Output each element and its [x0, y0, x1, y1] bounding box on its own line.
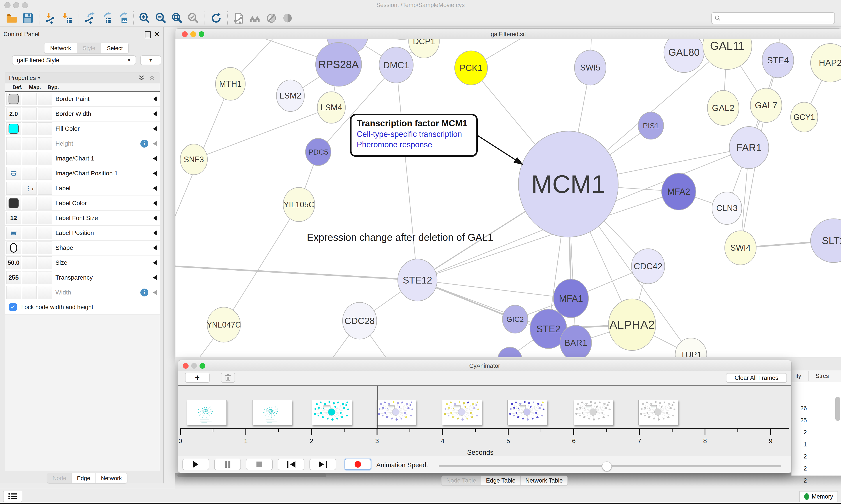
- lock-size-row[interactable]: ✓ Lock node width and height: [5, 300, 160, 314]
- property-row-shape[interactable]: Shape: [5, 240, 160, 255]
- annotation-link[interactable]: Pheromone response: [357, 140, 471, 149]
- table-cell[interactable]: 26: [791, 405, 807, 412]
- bypass-cell[interactable]: [38, 256, 52, 269]
- export-image-button[interactable]: [115, 12, 129, 25]
- mapping-cell[interactable]: [22, 167, 37, 180]
- close-panel-icon[interactable]: ✕: [154, 31, 160, 38]
- tab-network[interactable]: Network: [96, 473, 127, 483]
- default-value-cell[interactable]: [6, 182, 21, 195]
- default-value-cell[interactable]: [6, 197, 21, 210]
- tab-node-table[interactable]: Node Table: [442, 476, 481, 485]
- info-icon[interactable]: i: [140, 289, 148, 296]
- bypass-cell[interactable]: [38, 197, 52, 210]
- cyanimator-titlebar[interactable]: CyAnimator: [178, 360, 791, 371]
- tab-edge[interactable]: Edge: [72, 473, 96, 483]
- table-column-header[interactable]: ity: [795, 373, 801, 379]
- mapping-cell[interactable]: [22, 108, 37, 120]
- property-row-image-chart-position-1[interactable]: Image/Chart Position 1: [5, 166, 160, 181]
- table-cell[interactable]: 2: [791, 453, 807, 460]
- mapping-cell[interactable]: [22, 256, 37, 269]
- expand-row-icon[interactable]: [153, 111, 157, 116]
- property-row-size[interactable]: 50.0Size: [5, 255, 160, 270]
- play-button[interactable]: [182, 459, 209, 470]
- zoom-out-button[interactable]: [154, 12, 168, 25]
- info-icon[interactable]: i: [140, 140, 148, 147]
- table-cell[interactable]: 2: [791, 477, 807, 484]
- open-session-button[interactable]: [5, 12, 18, 25]
- mapping-cell[interactable]: [22, 122, 37, 135]
- expand-row-icon[interactable]: [153, 246, 157, 250]
- table-cell[interactable]: 2: [791, 429, 807, 436]
- expand-row-icon[interactable]: [153, 141, 157, 146]
- frame-thumbnail-3[interactable]: [376, 400, 416, 425]
- graph-node[interactable]: [498, 347, 522, 358]
- checkbox-checked-icon[interactable]: ✓: [9, 303, 17, 311]
- refresh-button[interactable]: [209, 12, 223, 25]
- delete-frame-button[interactable]: [221, 373, 235, 383]
- mapping-cell[interactable]: [22, 227, 37, 239]
- slider-handle[interactable]: [602, 462, 612, 471]
- table-vertical-scrollbar[interactable]: [835, 397, 840, 421]
- mapping-cell[interactable]: [22, 271, 37, 284]
- property-row-border-paint[interactable]: Border Paint: [5, 92, 160, 107]
- tab-edge-table[interactable]: Edge Table: [481, 476, 521, 485]
- default-value-cell[interactable]: [6, 93, 21, 105]
- property-row-fill-color[interactable]: Fill Color: [5, 122, 160, 137]
- mapping-cell[interactable]: [22, 241, 37, 254]
- frame-thumbnail-2[interactable]: [312, 400, 352, 425]
- bypass-cell[interactable]: [38, 182, 52, 195]
- bypass-cell[interactable]: [38, 227, 52, 239]
- export-network-button[interactable]: [83, 12, 96, 25]
- expand-row-icon[interactable]: [153, 126, 157, 131]
- frame-thumbnail-5[interactable]: [507, 400, 547, 425]
- table-cell[interactable]: 1: [791, 441, 807, 448]
- frame-thumbnail-0[interactable]: [187, 400, 227, 425]
- mapping-cell[interactable]: [22, 137, 37, 150]
- annotation-link[interactable]: Cell-type-specific transcription: [357, 130, 471, 139]
- bypass-cell[interactable]: [38, 108, 52, 120]
- property-row-label-font-size[interactable]: 12Label Font Size: [5, 211, 160, 226]
- bypass-cell[interactable]: [38, 137, 52, 150]
- frame-thumbnail-6[interactable]: [574, 400, 613, 425]
- frame-thumbnail-1[interactable]: [252, 400, 292, 425]
- add-frame-button[interactable]: +: [185, 373, 210, 383]
- table-cell[interactable]: 2: [791, 465, 807, 472]
- mapping-cell[interactable]: [22, 197, 37, 210]
- skip-end-button[interactable]: [309, 459, 336, 470]
- chevron-down-icon[interactable]: ▾: [38, 75, 40, 80]
- table-cell[interactable]: 25: [791, 417, 807, 424]
- default-value-cell[interactable]: 50.0: [6, 256, 21, 269]
- property-row-label-color[interactable]: Label Color: [5, 196, 160, 211]
- bypass-cell[interactable]: [38, 152, 52, 165]
- style-selector[interactable]: galFiltered Style ▼: [12, 55, 136, 65]
- default-value-cell[interactable]: [6, 227, 21, 239]
- property-row-label-position[interactable]: Label Position: [5, 226, 160, 240]
- search-input[interactable]: [723, 15, 832, 22]
- network-canvas[interactable]: RPS28BDCP1RPS28ADMC1PCK1MTH1LSM2LSM4SWI5…: [175, 39, 841, 358]
- expand-row-icon[interactable]: [153, 290, 157, 295]
- mapping-cell[interactable]: [22, 152, 37, 165]
- expand-row-icon[interactable]: [153, 260, 157, 265]
- record-button[interactable]: [344, 459, 371, 470]
- bypass-cell[interactable]: [38, 212, 52, 224]
- table-column-header[interactable]: Stres: [816, 373, 829, 379]
- save-session-button[interactable]: [21, 12, 35, 25]
- export-table-button[interactable]: [99, 12, 112, 25]
- search-field[interactable]: [711, 12, 835, 24]
- animation-speed-slider[interactable]: [439, 465, 781, 467]
- frame-thumbnail-7[interactable]: [639, 400, 678, 425]
- tab-network-table[interactable]: Network Table: [521, 476, 568, 485]
- mapping-cell[interactable]: ⋮›: [22, 182, 37, 195]
- mapping-cell[interactable]: [22, 93, 37, 105]
- bypass-cell[interactable]: [38, 271, 52, 284]
- bypass-cell[interactable]: [38, 122, 52, 135]
- style-options-button[interactable]: ▼: [140, 55, 161, 65]
- bypass-cell[interactable]: [38, 241, 52, 254]
- default-value-cell[interactable]: [6, 152, 21, 165]
- stop-button[interactable]: [246, 459, 273, 470]
- property-row-height[interactable]: Heighti: [5, 137, 160, 151]
- expand-row-icon[interactable]: [153, 201, 157, 205]
- property-row-border-width[interactable]: 2.0Border Width: [5, 107, 160, 122]
- expand-row-icon[interactable]: [153, 186, 157, 191]
- default-value-cell[interactable]: 2.0: [6, 108, 21, 120]
